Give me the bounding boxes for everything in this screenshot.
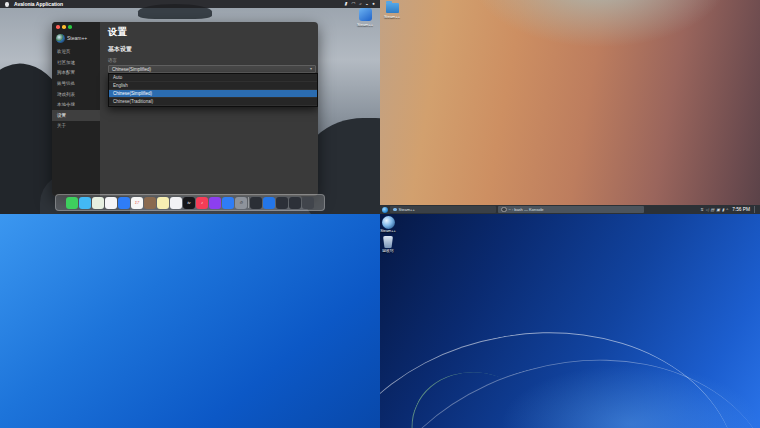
clipboard-icon[interactable]: ▤: [710, 208, 714, 212]
contacts-icon[interactable]: [144, 197, 156, 209]
dock-icon-glyph: ♪: [201, 201, 203, 205]
kde-wallpaper: [380, 0, 760, 214]
notification-center-icon[interactable]: ●: [372, 2, 375, 7]
sidebar-item[interactable]: 社区加速: [52, 57, 100, 68]
wallpaper-sky: [470, 0, 730, 48]
sidebar-item[interactable]: 脚本配置: [52, 68, 100, 79]
sidebar-item[interactable]: 关于: [52, 121, 100, 132]
control-center-icon[interactable]: ◒: [366, 2, 369, 7]
application-launcher-icon[interactable]: [382, 207, 388, 213]
dock-separator[interactable]: [248, 197, 249, 208]
messages-icon[interactable]: [66, 197, 78, 209]
page-title: 设置: [108, 26, 310, 39]
photos-icon[interactable]: [105, 197, 117, 209]
dock-icon-glyph: 17: [135, 201, 139, 205]
wifi-icon[interactable]: ◠: [351, 2, 355, 7]
task-app-icon: [393, 208, 397, 212]
taskbar-button-steampp[interactable]: Steam++: [390, 206, 496, 213]
macos-dock: 17tv♪⚙: [55, 194, 325, 211]
mail-icon[interactable]: [118, 197, 130, 209]
sidebar: Steam++ 欢迎页社区加速脚本配置账号切换游戏列表本地令牌设置关于: [52, 22, 100, 196]
language-option[interactable]: English: [109, 82, 317, 90]
notes-icon[interactable]: [157, 197, 169, 209]
downloads-folder-icon[interactable]: [276, 197, 288, 209]
desktop-shortcut-steampp[interactable]: Steam++: [352, 8, 378, 27]
maps-icon[interactable]: [92, 197, 104, 209]
menubar-app-name[interactable]: Avalonia Application: [14, 1, 63, 7]
language-option[interactable]: Chinese(Simplified): [109, 90, 317, 98]
sidebar-item[interactable]: 设置: [52, 110, 100, 121]
search-icon[interactable]: ⌕: [359, 2, 362, 7]
steampp-window-macos: Steam++ 欢迎页社区加速脚本配置账号切换游戏列表本地令牌设置关于 设置 基…: [52, 22, 318, 196]
sidebar-nav: 欢迎页社区加速脚本配置账号切换游戏列表本地令牌设置关于: [52, 47, 100, 132]
documents-folder-icon[interactable]: [289, 197, 301, 209]
steampp-logo-icon: [56, 34, 65, 43]
system-preferences-icon[interactable]: ⚙: [235, 197, 247, 209]
macos-desktop: Avalonia Application ▮◠⌕◒● Steam++: [0, 0, 380, 214]
music-icon[interactable]: ♪: [196, 197, 208, 209]
reminders-icon[interactable]: [170, 197, 182, 209]
dock-icon-glyph: tv: [187, 201, 190, 205]
app-brand: Steam++: [52, 31, 100, 47]
app-store-icon[interactable]: [222, 197, 234, 209]
maximize-button[interactable]: [68, 25, 72, 29]
four-os-screenshot-grid: Avalonia Application ▮◠⌕◒● Steam++: [0, 0, 760, 428]
desktop-folder-steampp[interactable]: Steam++: [380, 3, 405, 19]
windows7-wallpaper: [380, 214, 760, 428]
taskbar-button-konsole[interactable]: ~ : bash — Konsole: [498, 206, 644, 213]
language-label: 语言: [108, 58, 310, 63]
desktop-shortcut-steampp[interactable]: Steam++: [380, 216, 400, 233]
system-tray: ⇅◁▤▣▮^: [700, 208, 728, 212]
menubar-status-icons: ▮◠⌕◒●: [345, 2, 375, 7]
kde-ubuntu-desktop: Steam++ – □ ✕ Steam++: [380, 0, 760, 214]
settings-page: 设置 基本设置 语言 Chinese(Simplified) ▾ AutoEng…: [100, 22, 318, 196]
expand-tray-icon[interactable]: ^: [726, 208, 728, 212]
notifications-icon[interactable]: ▣: [716, 208, 720, 212]
volume-icon[interactable]: ◁: [705, 208, 708, 212]
folder-icon: [386, 3, 399, 13]
tv-icon[interactable]: tv: [183, 197, 195, 209]
language-dropdown-list: AutoEnglishChinese(Simplified)Chinese(Tr…: [108, 73, 318, 107]
steampp-app-icon: [359, 8, 372, 21]
windows-wallpaper: [0, 214, 380, 428]
steampp-app-icon: [382, 216, 395, 229]
sidebar-item[interactable]: 欢迎页: [52, 47, 100, 58]
windows-blue-desktop: – □ ✕ Steam++ 欢迎页社区加速脚本配置账号切换游戏列表本地令牌设置关…: [0, 214, 380, 428]
battery-icon[interactable]: ▮: [722, 208, 724, 212]
steampp-icon[interactable]: [250, 197, 262, 209]
finder-icon[interactable]: [79, 197, 91, 209]
apple-menu-icon[interactable]: [5, 2, 9, 7]
wallpaper-glow: [500, 364, 760, 428]
network-icon[interactable]: ⇅: [700, 208, 703, 212]
battery-icon[interactable]: ▮: [345, 2, 347, 7]
windows7-desktop: Steam++ 回收站 – □ ✕ Steam++: [380, 214, 760, 428]
macos-menubar: Avalonia Application ▮◠⌕◒●: [0, 0, 380, 8]
task-app-icon: [501, 207, 507, 213]
traffic-lights: [52, 22, 100, 31]
desktop-recycle-bin[interactable]: 回收站: [380, 236, 400, 253]
podcasts-icon[interactable]: [209, 197, 221, 209]
sidebar-item[interactable]: 本地令牌: [52, 99, 100, 110]
minimize-button[interactable]: [62, 25, 66, 29]
show-desktop-button[interactable]: [754, 206, 758, 213]
keynote-icon[interactable]: [263, 197, 275, 209]
calendar-icon[interactable]: 17: [131, 197, 143, 209]
trash-icon[interactable]: [302, 197, 314, 209]
dock-icon-glyph: ⚙: [239, 201, 243, 205]
language-option[interactable]: Auto: [109, 74, 317, 82]
recycle-bin-icon: [383, 236, 393, 248]
close-button[interactable]: [56, 25, 60, 29]
sidebar-item[interactable]: 账号切换: [52, 78, 100, 89]
chevron-down-icon: ▾: [310, 67, 312, 71]
sidebar-item[interactable]: 游戏列表: [52, 89, 100, 100]
language-combobox[interactable]: Chinese(Simplified) ▾: [108, 65, 316, 73]
panel-clock[interactable]: 7:56 PM: [732, 207, 750, 212]
language-option[interactable]: Chinese(Traditional): [109, 98, 317, 106]
kde-panel: Steam++ ~ : bash — Konsole ⇅◁▤▣▮^ 7:56 P…: [380, 205, 760, 214]
section-basic-settings: 基本设置: [108, 45, 310, 54]
